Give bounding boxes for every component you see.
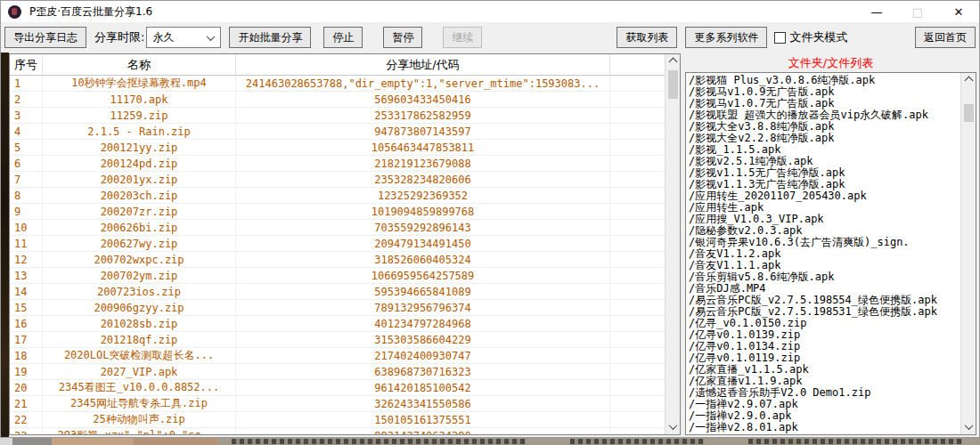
close-button[interactable]: ✕ [938,1,979,22]
table-row[interactable]: 12200702wxpc.zip318526060405324 [10,252,665,268]
table-cell: 17 [10,332,43,347]
table-row[interactable]: 212345网址导航专杀工具.zip326243341550586 [10,396,665,412]
list-item[interactable]: /银河奇异果v10.6.3(去广告清爽版)_sign. [689,237,960,248]
table-cell: 569603433450416 [236,92,610,107]
table-cell: 1019094859899768 [236,204,610,219]
list-item[interactable]: /影视猫 Plus_v3.0.8.6纯净版.apk [689,75,960,86]
list-item[interactable]: /影视大全v3.8.8纯净版.apk [689,121,960,133]
table-row[interactable]: 8200203ch.zip12325292369352 [10,188,665,204]
table-cell: 12 [10,252,43,267]
table-cell: 1 [10,76,43,91]
list-item[interactable]: /亿寻v0.1.0119.zip [689,352,960,364]
list-item[interactable]: /音友V1.1.2.apk [689,248,960,260]
scroll-up-icon[interactable] [961,73,976,88]
table-scrollbar[interactable] [665,54,680,434]
table-cell: 200201yx.zip [43,172,236,187]
list-item[interactable]: /亿寻_v0.1.0150.zip [689,318,960,329]
back-home-button[interactable]: 返回首页 [915,27,976,48]
table-row[interactable]: 42.1.5 - Rain.zip947873807143597 [10,124,665,140]
table-row[interactable]: 202345看图王_v10.0.0.8852...961420185100542 [10,380,665,396]
list-item[interactable]: /音友V1.1.1.apk [689,260,960,271]
scrollbar-thumb[interactable] [668,70,678,99]
list-item[interactable]: /一指禅v2.8.01.apk [689,422,960,433]
more-software-button[interactable]: 更多系列软件 [685,27,767,48]
table-row[interactable]: 13200702ym.zip1066959564257589 [10,268,665,284]
list-item[interactable]: /应用转生_20201107_205430.apk [689,190,960,202]
table-row[interactable]: 192027_VIP.apk638968730716323 [10,364,665,380]
list-item[interactable]: /遗憾迟香音乐助手V2.0 Demo1.zip [689,387,960,399]
share-limit-select[interactable]: 永久 [146,27,221,48]
table-row[interactable]: 182020LOL突破检测取超长名...217402400930747 [10,348,665,364]
list-item[interactable]: /亿家直播v1.1.9.apk [689,376,960,387]
file-list-scrollbar[interactable] [960,73,976,434]
maximize-button[interactable]: □ [897,1,938,22]
list-item[interactable]: /影视v2.5.1纯净版.apk [689,156,960,167]
main-area: 序号 名称 分享地址/代码 110秒钟学会抠绿幕教程.mp42414630286… [1,53,979,437]
list-item[interactable]: /应用转生.apk [689,202,960,214]
list-item[interactable]: /影视_1.1.5.apk [689,144,960,156]
list-item[interactable]: /音乐剪辑v5.8.6纯净版.apk [689,271,960,283]
scroll-down-icon[interactable] [961,419,976,434]
scroll-up-icon[interactable] [666,54,680,69]
folder-mode-checkbox-wrap[interactable]: 文件夹模式 [774,29,847,45]
list-item[interactable]: /亿寻v0.1.0134.zip [689,341,960,352]
table-cell: 318526060405324 [236,252,610,267]
table-cell: 4 [10,124,43,139]
list-item[interactable]: /影视v1.1.5无广告纯净版.apk [689,167,960,179]
table-cell: 293影视 xzx","pl":0,"se... [43,428,236,434]
table-row[interactable]: 6200124pd.zip218219123679088 [10,156,665,172]
list-item[interactable]: /影视马v1.0.7无广告版.apk [689,98,960,109]
list-item[interactable]: /影视v1.1.3无广告纯净版.apk [689,179,960,190]
table-row[interactable]: 2225种动物叫声.zip150105161375551 [10,412,665,428]
list-item[interactable]: /影视马v1.0.9无广告版.apk [689,86,960,98]
table-row[interactable]: 7200201yx.zip235328234820606 [10,172,665,188]
table-cell: 2345看图王_v10.0.0.8852... [43,380,236,395]
list-item[interactable]: /易云音乐PC版_v2.7.5.198531_绿色便携版.apk [689,306,960,318]
table-row[interactable]: 17201218qf.zip315303586604229 [10,332,665,348]
table-cell: 23 [10,428,43,434]
table-row[interactable]: 9200207zr.zip1019094859899768 [10,204,665,220]
table-cell: 16 [10,316,43,331]
table-row[interactable]: 211170.apk569603433450416 [10,92,665,108]
table-cell: 200702wxpc.zip [43,252,236,267]
list-item[interactable]: /隐秘参数v2.0.3.apk [689,225,960,237]
list-item[interactable]: /影视大全v2.2.8纯净版.apk [689,133,960,144]
table-row[interactable]: 14200723ios.zip595394665841089 [10,284,665,300]
table-row[interactable]: 10200626bi.zip703559292896143 [10,220,665,236]
table-row[interactable]: 23293影视 xzx","pl":0,"se...88214274062439… [10,428,665,434]
table-cell: 11170.apk [43,92,236,107]
table-row[interactable]: 16201028sb.zip401234797284968 [10,316,665,332]
table-row[interactable]: 110秒钟学会抠绿幕教程.mp4241463028653788,"dir_emp… [10,76,665,92]
export-log-button[interactable]: 导出分享日志 [4,27,86,48]
table-row[interactable]: 11200627wy.zip209479134491450 [10,236,665,252]
table-cell: 2020LOL突破检测取超长名... [43,348,236,363]
table-row[interactable]: 311259.zip253317862582959 [10,108,665,124]
scrollbar-thumb[interactable] [964,104,974,122]
list-item[interactable]: /应用搜_V1.0.3_VIP.apk [689,214,960,225]
list-item[interactable]: /一指禅v2.9.07.apk [689,399,960,410]
pause-button[interactable]: 暂停 [383,27,422,48]
header-name[interactable]: 名称 [43,54,236,75]
scroll-down-icon[interactable] [666,419,680,434]
start-batch-button[interactable]: 开始批量分享 [229,27,311,48]
header-code[interactable]: 分享地址/代码 [236,54,610,75]
list-item[interactable]: /音乐DJ感.MP4 [689,283,960,295]
list-item[interactable]: /一指禅v2.9.0.apk [689,410,960,422]
list-item[interactable]: /亿寻v0.1.0139.zip [689,329,960,341]
get-list-button[interactable]: 获取列表 [617,27,677,48]
table-cell: 12325292369352 [236,188,610,203]
list-item[interactable]: /影视联盟 超强大的播放器会员vip永久破解.apk [689,109,960,121]
table-cell: 3 [10,108,43,123]
table-row[interactable]: 15200906gzyy.zip789132956796374 [10,300,665,316]
table-cell [610,92,665,107]
table-cell: 20 [10,380,43,395]
list-item[interactable]: /亿家直播_v1.1.5.apk [689,364,960,376]
table-cell: 15 [10,300,43,315]
folder-mode-checkbox[interactable] [774,32,786,44]
table-cell: 200627wy.zip [43,236,236,251]
stop-button[interactable]: 停止 [323,27,363,48]
minimize-button[interactable]: — [856,1,897,22]
table-row[interactable]: 5200121yy.zip1056463447853811 [10,140,665,156]
list-item[interactable]: /易云音乐PC版_v2.7.5.198554_绿色便携版.apk [689,295,960,306]
header-seq[interactable]: 序号 [10,54,43,75]
